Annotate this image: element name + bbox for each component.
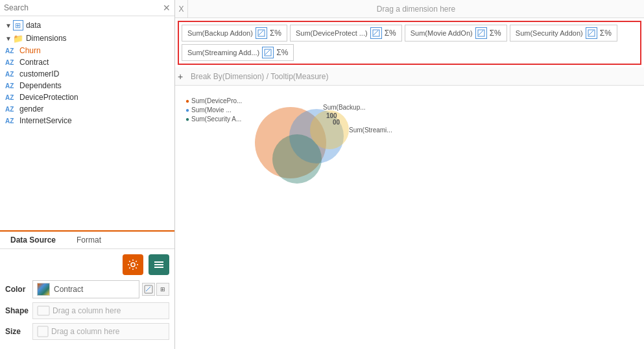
backup-float-label: Sum(Backup...	[323, 104, 366, 111]
tab-format[interactable]: Format	[66, 232, 112, 248]
svg-rect-6	[38, 326, 48, 337]
grid-icon: ⊞	[13, 20, 23, 30]
measure-streaming-label: Sum(Streaming Add...)	[187, 49, 259, 56]
top-drag-label: Drag a dimension here	[377, 5, 455, 14]
az-label-internetservice: AZ	[5, 117, 17, 125]
tree-root-data[interactable]: ▼ ⊞ data	[0, 19, 174, 32]
measures-area: Sum(Backup Addon) Σ% Sum(DeviceProtect .…	[178, 21, 641, 65]
measure-security-sigma[interactable]: Σ%	[600, 29, 612, 38]
legend-dot-movie: ●	[185, 106, 189, 114]
svg-rect-3	[154, 267, 163, 268]
svg-rect-9	[478, 30, 484, 36]
measure-pill-streaming: Sum(Streaming Add...) Σ%	[182, 44, 294, 61]
customerid-label: customerID	[19, 69, 59, 78]
search-bar: Search ✕	[0, 0, 174, 16]
tree-section: ▼ ⊞ data ▼ 📁 Dimensions AZ Churn AZ Cont…	[0, 16, 174, 230]
folder-icon: 📁	[13, 33, 23, 43]
properties-panel: Color Contract ⊞ Shape	[0, 248, 174, 349]
az-label-gender: AZ	[5, 106, 17, 113]
svg-point-0	[131, 263, 135, 267]
size-row: Size Drag a column here	[5, 323, 169, 340]
az-label-customerid: AZ	[5, 71, 17, 78]
measure-deviceprotect-edit-icon[interactable]	[370, 27, 382, 39]
close-icon[interactable]: ✕	[163, 3, 171, 13]
svg-rect-8	[373, 30, 379, 36]
az-label-dependents: AZ	[5, 82, 17, 90]
contract-label: Contract	[19, 58, 49, 67]
streaming-float-label: Sum(Streami...	[349, 126, 392, 134]
size-label: Size	[5, 327, 32, 336]
shape-row: Shape Drag a column here	[5, 302, 169, 319]
gear-button[interactable]	[123, 254, 143, 275]
search-input[interactable]: Search	[4, 3, 163, 12]
chart-streaming-label: Sum(Streami...	[349, 126, 392, 134]
measure-streaming-sigma[interactable]: Σ%	[276, 48, 288, 57]
legend-item-movie: ● Sum(Movie ...	[185, 106, 242, 114]
internetservice-label: InternetService	[19, 116, 72, 125]
measure-pill-deviceprotect: Sum(DeviceProtect ...) Σ%	[290, 25, 402, 42]
measure-backup-edit-icon[interactable]	[256, 27, 267, 39]
color-swatch	[37, 283, 50, 296]
svg-rect-5	[38, 306, 49, 315]
breakby-plus-icon[interactable]: +	[178, 71, 183, 82]
tree-item-customerid[interactable]: AZ customerID	[0, 68, 174, 80]
dimensions-label: Dimensions	[26, 34, 67, 43]
tree-item-dependents[interactable]: AZ Dependents	[0, 80, 174, 91]
tree-item-gender[interactable]: AZ gender	[0, 103, 174, 115]
chart-floating-number2: 00	[333, 119, 340, 126]
bottom-tabs: Data Source Format	[0, 230, 174, 248]
x-axis-label: X	[178, 5, 184, 14]
color-value: Contract	[32, 280, 139, 298]
chart-content: ● Sum(DevicePro... ● Sum(Movie ... ● Sum…	[180, 91, 639, 344]
az-label: AZ	[5, 47, 17, 54]
color-sigma-icon[interactable]: ⊞	[156, 283, 169, 296]
measure-backup-sigma[interactable]: Σ%	[270, 29, 281, 38]
measure-movie-sigma[interactable]: Σ%	[490, 29, 501, 38]
chart-floating-label-backup: Sum(Backup...	[323, 104, 366, 111]
prop-icon-buttons	[5, 254, 169, 275]
measure-movie-label: Sum(Movie AddOn)	[411, 29, 473, 37]
color-edit-icon[interactable]	[142, 283, 155, 296]
measure-pill-backup: Sum(Backup Addon) Σ%	[182, 25, 287, 42]
legend-dot-devicepro: ●	[185, 97, 189, 104]
measure-deviceprotect-sigma[interactable]: Σ%	[385, 29, 396, 38]
legend-dot-security: ●	[185, 115, 189, 123]
churn-label: Churn	[19, 46, 41, 55]
measure-security-label: Sum(Security Addon)	[516, 29, 583, 37]
svg-rect-11	[265, 49, 271, 56]
color-action-icons: ⊞	[142, 283, 169, 296]
tree-item-churn[interactable]: AZ Churn	[0, 45, 174, 56]
chart-area: ● Sum(DevicePro... ● Sum(Movie ... ● Sum…	[175, 86, 644, 349]
tab-data-source[interactable]: Data Source	[0, 232, 66, 250]
measure-pill-movie: Sum(Movie AddOn) Σ%	[405, 25, 507, 42]
tree-dimensions[interactable]: ▼ 📁 Dimensions	[0, 32, 174, 45]
measure-deviceprotect-label: Sum(DeviceProtect ...)	[296, 29, 368, 37]
svg-rect-4	[145, 285, 152, 293]
az-label-contract: AZ	[5, 59, 17, 66]
size-drag-placeholder[interactable]: Drag a column here	[32, 323, 169, 340]
measure-pill-security: Sum(Security Addon) Σ%	[510, 25, 617, 42]
gender-label: gender	[19, 104, 43, 114]
deviceprotection-label: DeviceProtection	[19, 93, 78, 102]
shape-drag-placeholder[interactable]: Drag a column here	[32, 302, 169, 319]
measure-security-edit-icon[interactable]	[586, 27, 597, 39]
svg-rect-1	[154, 261, 163, 263]
right-panel: X Drag a dimension here Sum(Backup Addon…	[175, 0, 644, 349]
legend-label-movie: Sum(Movie ...	[191, 106, 232, 114]
bars-button[interactable]	[149, 254, 169, 275]
measure-backup-label: Sum(Backup Addon)	[187, 29, 253, 37]
dependents-label: Dependents	[19, 81, 62, 90]
tree-item-deviceprotection[interactable]: AZ DeviceProtection	[0, 91, 174, 103]
legend-label-security: Sum(Security A...	[191, 115, 241, 123]
legend-label-devicepro: Sum(DevicePro...	[191, 97, 242, 104]
color-row: Color Contract ⊞	[5, 280, 169, 298]
measure-movie-edit-icon[interactable]	[475, 27, 487, 39]
arrow-down-icon-dimensions: ▼	[5, 35, 12, 42]
color-label: Color	[5, 285, 32, 294]
legend-item-devicepro: ● Sum(DevicePro...	[185, 97, 242, 104]
tree-item-internetservice[interactable]: AZ InternetService	[0, 115, 174, 126]
tree-item-contract[interactable]: AZ Contract	[0, 56, 174, 68]
tree-root-label: data	[26, 21, 41, 30]
shape-label: Shape	[5, 306, 32, 315]
measure-streaming-edit-icon[interactable]	[262, 47, 274, 58]
